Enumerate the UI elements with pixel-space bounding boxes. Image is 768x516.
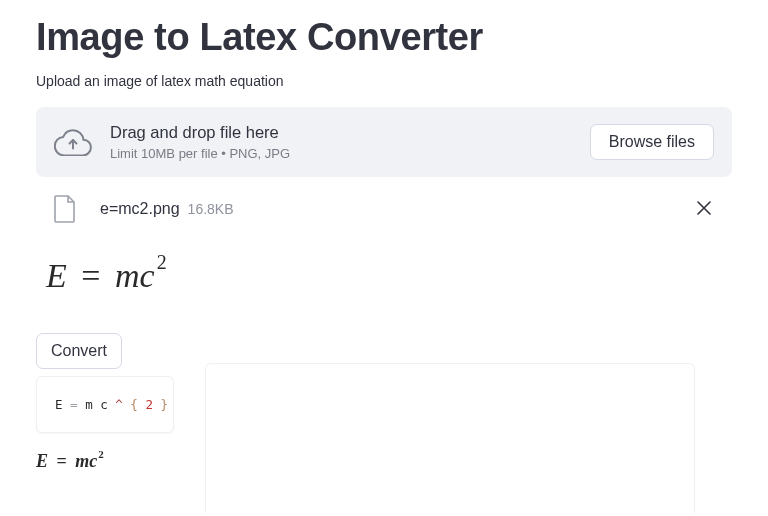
uploaded-file-name: e=mc2.png: [100, 200, 180, 218]
preview-var-m: m: [115, 257, 140, 294]
rendered-var-m: m: [75, 451, 89, 471]
code-token: =: [70, 397, 78, 412]
page-subtitle: Upload an image of latex math equation: [36, 73, 732, 89]
file-uploader-dropzone[interactable]: Drag and drop file here Limit 10MB per f…: [36, 107, 732, 177]
code-token: m: [85, 397, 93, 412]
cloud-upload-icon: [54, 128, 92, 156]
code-token: c: [100, 397, 108, 412]
latex-code-output[interactable]: E = m c ^ { 2 }: [36, 376, 174, 433]
preview-var-c: c: [140, 257, 155, 294]
dropzone-title: Drag and drop file here: [110, 123, 590, 142]
preview-exponent: 2: [157, 251, 167, 273]
preview-var-E: E: [46, 257, 67, 294]
code-token: 2: [145, 397, 153, 412]
rendered-exponent: 2: [98, 448, 104, 460]
uploaded-file-row: e=mc2.png 16.8KB: [36, 177, 732, 229]
code-token: E: [55, 397, 63, 412]
page-title: Image to Latex Converter: [36, 0, 732, 59]
remove-file-button[interactable]: [696, 200, 714, 218]
rendered-equals: =: [57, 451, 67, 471]
code-token: {: [130, 397, 138, 412]
secondary-panel: [205, 363, 695, 513]
preview-equals: =: [81, 257, 100, 294]
uploaded-image-preview: E = mc2: [36, 257, 732, 303]
uploaded-file-size: 16.8KB: [188, 201, 234, 217]
code-token: ^: [115, 397, 123, 412]
code-token: }: [160, 397, 168, 412]
rendered-var-E: E: [36, 451, 48, 471]
browse-files-button[interactable]: Browse files: [590, 124, 714, 160]
file-icon: [54, 195, 78, 223]
convert-button[interactable]: Convert: [36, 333, 122, 369]
rendered-var-c: c: [89, 451, 97, 471]
dropzone-hint: Limit 10MB per file • PNG, JPG: [110, 146, 590, 161]
